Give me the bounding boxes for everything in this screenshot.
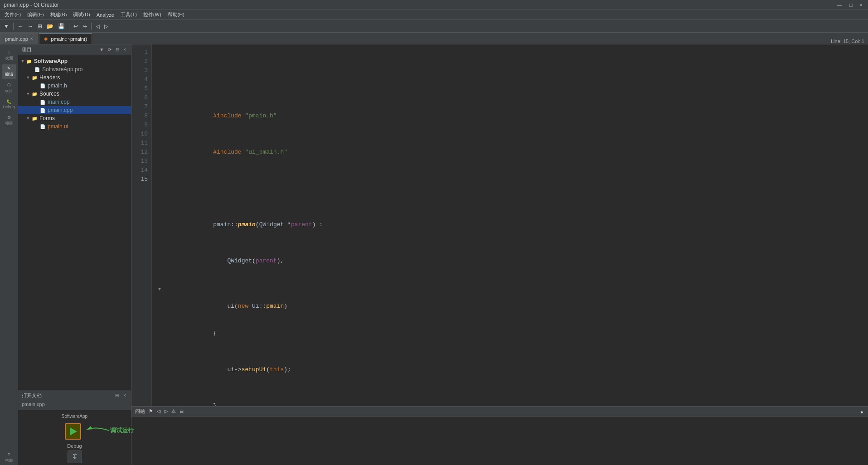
panel-title: 项目 — [22, 46, 32, 53]
sidebar-icon-help[interactable]: ? 帮助 — [2, 450, 16, 465]
menu-tools[interactable]: 工具(T) — [118, 10, 140, 19]
toolbar-prev[interactable]: ◁ — [94, 22, 102, 30]
tree-item-pmainui[interactable]: ▶ 📄 pmain.ui — [18, 122, 131, 131]
toolbar-forward[interactable]: → — [26, 22, 35, 30]
menu-bar: 文件(F) 编辑(E) 构建(B) 调试(D) Analyze 工具(T) 控件… — [0, 10, 868, 20]
open-docs-close[interactable]: × — [122, 392, 127, 398]
edit-label: 编辑 — [5, 72, 13, 78]
tree-item-forms[interactable]: ▼ 📁 Forms — [18, 114, 131, 122]
close-btn[interactable]: × — [858, 2, 864, 8]
menu-edit[interactable]: 编辑(E) — [24, 10, 47, 19]
file-icon-maincpp: 📄 — [39, 99, 46, 105]
maximize-btn[interactable]: □ — [848, 2, 854, 8]
editor-area: 1 2 3 4 5 6 7 8 9 10 11 12 13 14 15 — [131, 44, 868, 465]
tree-label-maincpp: main.cpp — [48, 99, 70, 105]
ln-9: 9 — [131, 121, 148, 130]
code-line-5: QWidget(parent), — [164, 247, 868, 257]
tab-function-icon: ◆ — [44, 36, 48, 42]
toolbar-redo[interactable]: ↪ — [81, 22, 89, 30]
param-parent: parent — [291, 221, 312, 228]
sidebar-icon-design[interactable]: ⬡ 设计 — [2, 81, 16, 95]
code-lines[interactable]: #include "pmain.h" #include "ui_pmain.h"… — [152, 44, 868, 406]
tree-item-softwareapp-pro[interactable]: ▶ 📄 SoftwareApp.pro — [18, 65, 131, 73]
minimize-btn[interactable]: — — [835, 2, 844, 8]
panel-sync-btn[interactable]: ⟳ — [107, 47, 113, 53]
file-icon-h: 📄 — [39, 82, 46, 89]
kw-this: this — [270, 366, 284, 373]
edit-icon: ✎ — [7, 66, 11, 71]
issues-next-btn[interactable]: ▷ — [164, 408, 168, 414]
issues-warn-btn[interactable]: ⚠ — [171, 408, 176, 414]
design-label: 设计 — [5, 88, 13, 94]
ln-3: 3 — [131, 66, 148, 75]
menu-help[interactable]: 帮助(H) — [165, 10, 187, 19]
toolbar-dropdown[interactable]: ▼ — [2, 22, 11, 30]
toolbar-new[interactable]: ⊞ — [36, 22, 44, 30]
panel-filter-btn[interactable]: ▼ — [98, 47, 105, 53]
tree-arrow-root: ▼ — [20, 59, 25, 63]
tree-item-pmainh[interactable]: ▶ 📄 pmain.h — [18, 82, 131, 90]
line-info: Line: 15, Col: 1 — [831, 39, 864, 44]
open-docs-title: 打开文档 — [22, 392, 42, 399]
tree-arrow-headers: ▼ — [25, 75, 31, 80]
cls-ui: Ui:: — [252, 303, 266, 310]
tree-item-softwareapp[interactable]: ▼ 📁 SoftwareApp — [18, 57, 131, 65]
debug-bottom-label: Debug — [67, 443, 82, 449]
software-app-label: SoftwareApp — [18, 412, 131, 420]
toolbar-back[interactable]: ← — [16, 22, 25, 30]
open-docs-split[interactable]: ⊟ — [114, 392, 120, 398]
tree-arrow-sources: ▼ — [25, 92, 31, 96]
sidebar-icon-debug[interactable]: 🐛 Debug — [2, 97, 16, 111]
collapse-arrow-6[interactable]: ▼ — [158, 285, 161, 294]
issues-content — [131, 417, 868, 465]
menu-controls[interactable]: 控件(W) — [141, 10, 164, 19]
cls-qwidget2: QWidget — [227, 257, 252, 264]
tree-label-pmainh: pmain.h — [48, 82, 67, 89]
toolbar-open[interactable]: 📂 — [45, 22, 55, 30]
debug-run-button[interactable] — [65, 423, 81, 440]
code-editor[interactable]: 1 2 3 4 5 6 7 8 9 10 11 12 13 14 15 — [131, 44, 868, 406]
str-pmainh: "pmain.h" — [245, 112, 276, 119]
sidebar-icon-welcome[interactable]: ⌂ 欢迎 — [2, 48, 16, 63]
panel-split-btn[interactable]: ⊟ — [114, 47, 121, 53]
toolbar-next[interactable]: ▷ — [102, 22, 110, 30]
debug-icon: 🐛 — [6, 99, 11, 104]
ln-4: 4 — [131, 75, 148, 84]
toolbar-undo[interactable]: ↩ — [72, 22, 80, 30]
menu-debug[interactable]: 调试(D) — [70, 10, 92, 19]
tab-bar: pmain.cpp × ◆ pmain::~pmain() Line: 15, … — [0, 33, 868, 44]
issues-expand-btn[interactable]: ▲ — [859, 409, 864, 414]
ln-2: 2 — [131, 57, 148, 66]
title-bar: pmain.cpp - Qt Creator — □ × — [0, 0, 868, 10]
issues-flag-btn[interactable]: ⚑ — [149, 408, 153, 414]
sidebar-icon-edit[interactable]: ✎ 编辑 — [2, 64, 16, 79]
tree-item-maincpp[interactable]: ▶ 📄 main.cpp — [18, 98, 131, 106]
menu-build[interactable]: 构建(B) — [48, 10, 70, 19]
annotation-arrow-svg: 调试运行 — [82, 421, 118, 444]
step-over-btn[interactable] — [68, 450, 82, 463]
open-doc-pmain[interactable]: pmain.cpp — [22, 401, 127, 408]
issues-title: 问题 — [135, 408, 145, 415]
tab-active[interactable]: ◆ pmain::~pmain() — [39, 33, 92, 44]
tree-item-sources[interactable]: ▼ 📁 Sources — [18, 90, 131, 98]
menu-analyze[interactable]: Analyze — [94, 11, 117, 19]
tab-pmain-cpp[interactable]: pmain.cpp × — [0, 33, 38, 44]
tree-label-softwareapp: SoftwareApp — [34, 58, 68, 64]
tree-item-pmaincpp[interactable]: ▶ 📄 pmain.cpp — [18, 106, 131, 114]
line-numbers: 1 2 3 4 5 6 7 8 9 10 11 12 13 14 15 — [131, 44, 152, 406]
projects-label: 项目 — [5, 121, 13, 126]
fn-pmain: pmain — [238, 221, 256, 228]
tree-item-headers[interactable]: ▼ 📁 Headers — [18, 73, 131, 82]
panel-close-btn[interactable]: × — [122, 47, 127, 53]
toolbar-save[interactable]: 💾 — [56, 22, 67, 30]
folder-icon-sources: 📁 — [31, 91, 38, 97]
ln-8: 8 — [131, 111, 148, 121]
code-line-1: #include "pmain.h" — [164, 102, 868, 111]
tree-label-forms: Forms — [39, 115, 55, 121]
issues-filter-btn[interactable]: ⊟ — [179, 408, 184, 414]
tab-close-pmain[interactable]: × — [30, 36, 33, 41]
folder-icon-headers: 📁 — [31, 74, 38, 81]
sidebar-icon-projects[interactable]: ⚙ 项目 — [2, 113, 16, 128]
menu-file[interactable]: 文件(F) — [2, 10, 24, 19]
issues-prev-btn[interactable]: ◁ — [157, 408, 160, 414]
